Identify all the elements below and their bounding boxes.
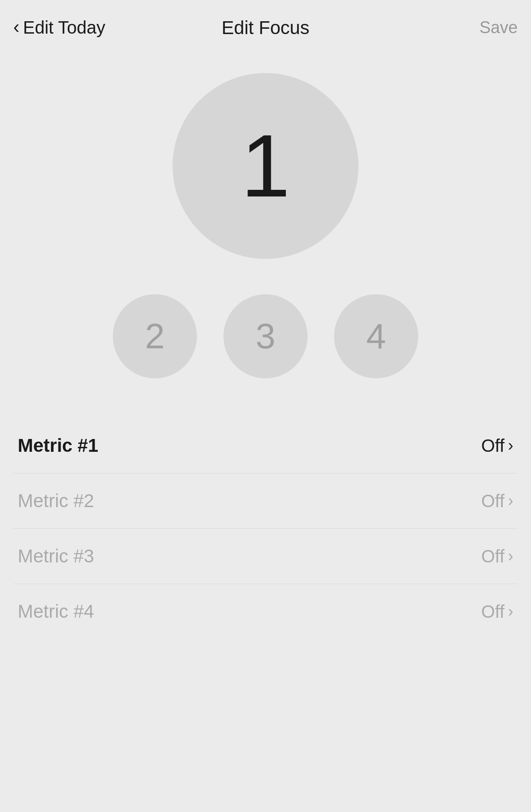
metric-3-chevron-icon: › [508, 547, 513, 566]
metric-1-chevron-icon: › [508, 436, 513, 455]
metric-2-label: Metric #2 [18, 490, 94, 512]
focus-circle-1-large[interactable]: 1 [173, 73, 358, 259]
back-button[interactable]: ‹ Edit Today [13, 18, 105, 38]
metric-4-right: Off › [481, 602, 513, 622]
metric-row-1[interactable]: Metric #1 Off › [13, 418, 518, 473]
focus-circle-1-value: 1 [241, 122, 290, 210]
metric-1-label: Metric #1 [18, 435, 98, 456]
focus-circle-3-value: 3 [256, 319, 276, 354]
metric-3-right: Off › [481, 546, 513, 566]
save-button[interactable]: Save [479, 18, 518, 37]
focus-circle-2-value: 2 [145, 319, 165, 354]
metric-row-3[interactable]: Metric #3 Off › [13, 529, 518, 584]
page-title: Edit Focus [222, 17, 309, 38]
metric-row-2[interactable]: Metric #2 Off › [13, 473, 518, 529]
metric-2-chevron-icon: › [508, 492, 513, 510]
focus-circle-4-value: 4 [366, 319, 386, 354]
metric-4-label: Metric #4 [18, 601, 94, 622]
main-content: 1 2 3 4 Metric #1 Off › Metric #2 Off › [0, 46, 531, 639]
metric-2-status: Off [481, 491, 504, 511]
metric-row-4[interactable]: Metric #4 Off › [13, 584, 518, 639]
metric-3-label: Metric #3 [18, 546, 94, 567]
metrics-section: Metric #1 Off › Metric #2 Off › Metric #… [0, 418, 531, 639]
back-label: Edit Today [23, 18, 105, 38]
metric-3-status: Off [481, 546, 504, 566]
metric-1-right: Off › [481, 436, 513, 456]
focus-circle-3[interactable]: 3 [223, 294, 308, 378]
focus-circles-row: 2 3 4 [113, 294, 418, 378]
focus-circle-4[interactable]: 4 [334, 294, 418, 378]
metric-4-status: Off [481, 602, 504, 622]
metric-4-chevron-icon: › [508, 602, 513, 621]
metric-2-right: Off › [481, 491, 513, 511]
focus-circle-2[interactable]: 2 [113, 294, 197, 378]
back-chevron-icon: ‹ [13, 18, 19, 36]
metric-1-status: Off [481, 436, 504, 456]
navigation-bar: ‹ Edit Today Edit Focus Save [0, 0, 531, 46]
